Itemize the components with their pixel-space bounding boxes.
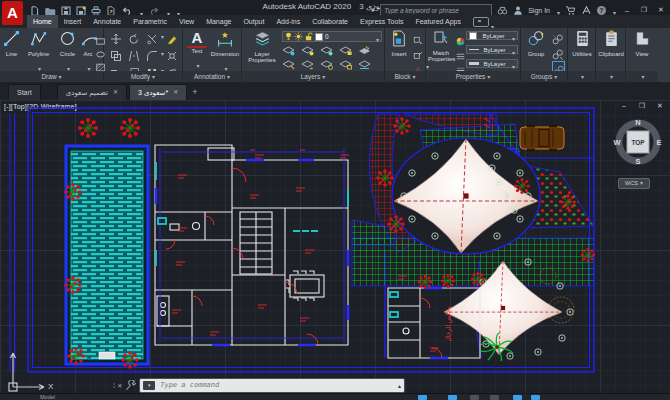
swimming-pool[interactable] — [66, 146, 148, 364]
drawing-canvas[interactable]: [-][Top][2D Wireframe] – ❐ ✕ — [0, 100, 670, 393]
erase-tool-icon[interactable] — [166, 31, 178, 49]
minimize-button[interactable]: – — [621, 7, 633, 14]
tab-close-icon[interactable]: ✕ — [173, 85, 178, 100]
layer-properties-button[interactable]: Layer Properties — [245, 30, 279, 63]
autodesk-account-icon[interactable] — [581, 5, 592, 16]
panel-label-clipboard[interactable] — [596, 71, 625, 82]
insert-block-button[interactable]: Insert — [387, 30, 411, 57]
pergola-shade-sail-1[interactable] — [392, 138, 540, 254]
command-recent-icon[interactable]: ▾ — [143, 381, 155, 390]
car[interactable] — [520, 125, 564, 152]
ribbon-tab-express-tools[interactable]: Express Tools — [354, 15, 409, 28]
wcs-menu[interactable]: WCS — [618, 178, 650, 189]
application-menu-button[interactable]: A — [2, 1, 23, 25]
osnap-toggle[interactable] — [513, 395, 522, 400]
panel-label-modify[interactable]: Modify — [104, 71, 182, 82]
layer-unisolate-icon[interactable] — [320, 59, 333, 70]
layer-dropdown[interactable]: 0 — [282, 31, 382, 42]
clipboard-button[interactable]: Clipboard — [598, 30, 624, 57]
ribbon-tab-annotate[interactable]: Annotate — [87, 15, 127, 28]
command-close-icon[interactable]: ✕ — [117, 382, 122, 389]
match-properties-button[interactable]: Match Properties — [428, 30, 454, 62]
ribbon-options-dropdown[interactable] — [489, 15, 494, 28]
panel-label-draw[interactable]: Draw — [0, 71, 103, 82]
panel-label-view[interactable] — [626, 71, 658, 82]
ribbon-tab-parametric[interactable]: Parametric — [127, 15, 173, 28]
panel-label-properties[interactable]: Properties — [426, 71, 520, 82]
panel-clipboard: Clipboard — [596, 28, 626, 82]
rotate-tool-icon[interactable] — [128, 31, 140, 49]
trim-tool-icon[interactable] — [146, 31, 158, 49]
polar-toggle[interactable] — [490, 395, 499, 400]
otrack-toggle[interactable] — [531, 395, 540, 400]
explode-tool-icon[interactable] — [166, 48, 178, 66]
panel-view: View — [626, 28, 658, 82]
file-tab-design[interactable]: تصميم سعودى ✕ — [57, 84, 127, 100]
file-tab-start[interactable]: Start — [8, 84, 41, 100]
command-drag-handle[interactable]: ⁞ — [113, 381, 114, 390]
layer-current-icon[interactable] — [358, 45, 371, 56]
panel-label-block[interactable]: Block — [385, 71, 425, 82]
viewcube-east: E — [656, 138, 661, 147]
app-store-cart-icon[interactable] — [565, 5, 576, 16]
ribbon-tab-featured-apps[interactable]: Featured Apps — [409, 15, 467, 28]
panel-label-groups[interactable]: Groups — [521, 71, 567, 82]
panel-utilities: Utilities — [568, 28, 596, 82]
ribbon-tab-manage[interactable]: Manage — [200, 15, 237, 28]
circle-button[interactable]: Circle — [55, 30, 80, 75]
text-button[interactable]: A Text — [187, 30, 207, 72]
group-button[interactable]: Group — [523, 30, 549, 57]
panel-label-annotation[interactable]: Annotation — [183, 71, 241, 82]
command-expand-icon[interactable]: ▴ — [398, 382, 401, 389]
layer-off-icon[interactable] — [282, 45, 295, 56]
linetype-dropdown[interactable]: ByLayer — [466, 45, 518, 54]
search-arrow-icon[interactable]: ▸ — [372, 6, 376, 14]
snap-toggle[interactable] — [448, 395, 457, 400]
lineweight-dropdown[interactable]: ByLayer — [466, 59, 518, 68]
panel-label-utilities[interactable] — [568, 71, 595, 82]
layer-lock-icon[interactable] — [339, 45, 352, 56]
dimension-button[interactable]: Dimension — [209, 30, 241, 75]
layer-lock-fade-icon[interactable] — [339, 59, 352, 70]
ribbon-tab-view[interactable]: View — [173, 15, 200, 28]
color-dropdown[interactable]: ByLayer — [466, 31, 518, 40]
exchange-search-icon[interactable] — [497, 5, 508, 16]
layer-dropdown-arrow[interactable] — [374, 28, 379, 46]
ribbon-tab-insert[interactable]: Insert — [58, 15, 88, 28]
layer-isolate-icon[interactable] — [301, 45, 314, 56]
command-customize-wrench-icon[interactable] — [125, 380, 136, 391]
ribbon-options-icon[interactable] — [473, 17, 489, 27]
view-button[interactable]: View — [629, 30, 655, 57]
layer-prev-icon[interactable] — [301, 59, 314, 70]
utilities-button[interactable]: Utilities — [569, 30, 595, 57]
close-button[interactable]: ✕ — [655, 6, 667, 14]
tab-close-icon[interactable]: ✕ — [113, 85, 118, 100]
move-tool-icon[interactable] — [110, 31, 122, 49]
command-input[interactable] — [158, 380, 398, 390]
panel-label-layers[interactable]: Layers — [242, 71, 384, 82]
restore-button[interactable]: ❐ — [638, 6, 650, 14]
layer-match-icon[interactable] — [282, 59, 295, 70]
model-space-label[interactable]: Model — [40, 394, 55, 400]
ribbon-tab-home[interactable]: Home — [27, 15, 58, 28]
new-tab-button[interactable]: + — [192, 85, 197, 100]
help-icon[interactable]: ? — [597, 6, 606, 15]
ribbon-tab-collaborate[interactable]: Collaborate — [306, 15, 354, 28]
line-button[interactable]: Line — [1, 30, 22, 57]
layer-walk-icon[interactable] — [358, 59, 371, 70]
arc-button[interactable]: Arc — [81, 30, 95, 75]
layer-freeze-icon[interactable] — [320, 45, 333, 56]
viewcube[interactable]: TOP N S W E — [612, 116, 664, 168]
ortho-toggle[interactable] — [470, 395, 479, 400]
drawing-entities[interactable]: مجلس الرجال — [0, 100, 670, 393]
polyline-button[interactable]: Polyline — [23, 30, 54, 75]
grid-toggle[interactable] — [418, 395, 427, 400]
copy-tool-icon[interactable] — [110, 48, 122, 66]
mirror-tool-icon[interactable] — [128, 48, 140, 66]
command-input-field[interactable]: ▾ ▴ — [139, 378, 405, 393]
ribbon-tab-output[interactable]: Output — [237, 15, 270, 28]
sign-in-button[interactable]: Sign In — [528, 7, 550, 14]
file-tab-active[interactable]: 3 سعودى* ✕ — [129, 84, 187, 100]
ribbon-tab-addins[interactable]: Add-ins — [270, 15, 306, 28]
fillet-tool-icon[interactable] — [146, 48, 158, 66]
